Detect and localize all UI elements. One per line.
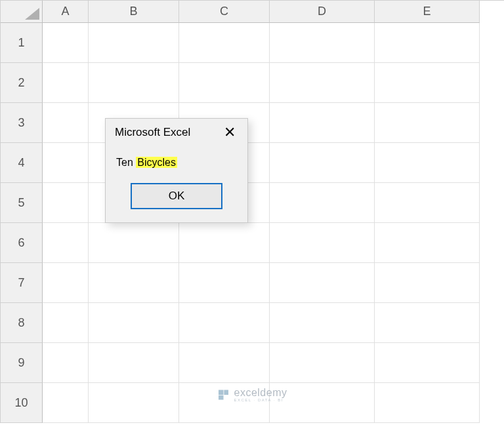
cell-d4[interactable] <box>270 143 375 183</box>
cell-b9[interactable] <box>89 343 179 383</box>
cell-b10[interactable] <box>89 383 179 423</box>
exceldemy-logo-icon <box>217 388 230 401</box>
row-header-9[interactable]: 9 <box>1 343 43 383</box>
row-header-7[interactable]: 7 <box>1 263 43 303</box>
spreadsheet-grid: A B C D E 1 2 3 4 5 6 7 8 9 <box>0 0 504 423</box>
row-header-3[interactable]: 3 <box>1 103 43 143</box>
message-text-highlighted: Bicycles <box>136 157 177 168</box>
cell-d9[interactable] <box>270 343 375 383</box>
cell-e8[interactable] <box>375 303 480 343</box>
col-header-a[interactable]: A <box>43 1 89 23</box>
cell-e7[interactable] <box>375 263 480 303</box>
cell-a9[interactable] <box>43 343 89 383</box>
cell-d5[interactable] <box>270 183 375 223</box>
cell-a1[interactable] <box>43 23 89 63</box>
cell-e1[interactable] <box>375 23 480 63</box>
watermark-brand: exceldemy <box>234 388 287 398</box>
cell-a8[interactable] <box>43 303 89 343</box>
cell-e6[interactable] <box>375 223 480 263</box>
cell-b7[interactable] <box>89 263 179 303</box>
row-header-10[interactable]: 10 <box>1 383 43 423</box>
cell-c1[interactable] <box>179 23 270 63</box>
cell-a4[interactable] <box>43 143 89 183</box>
cell-a2[interactable] <box>43 63 89 103</box>
row-header-5[interactable]: 5 <box>1 183 43 223</box>
col-header-e[interactable]: E <box>375 1 480 23</box>
row-header-6[interactable]: 6 <box>1 223 43 263</box>
cell-a3[interactable] <box>43 103 89 143</box>
cell-b2[interactable] <box>89 63 179 103</box>
row-header-8[interactable]: 8 <box>1 303 43 343</box>
cell-c7[interactable] <box>179 263 270 303</box>
cell-d2[interactable] <box>270 63 375 103</box>
col-header-c[interactable]: C <box>179 1 270 23</box>
cell-d3[interactable] <box>270 103 375 143</box>
cell-e2[interactable] <box>375 63 480 103</box>
cell-c6[interactable] <box>179 223 270 263</box>
cell-c8[interactable] <box>179 303 270 343</box>
cell-c2[interactable] <box>179 63 270 103</box>
cell-e4[interactable] <box>375 143 480 183</box>
message-text-plain: Ten <box>116 157 133 168</box>
dialog-title: Microsoft Excel <box>115 126 190 139</box>
cell-e5[interactable] <box>375 183 480 223</box>
msgbox-dialog: Microsoft Excel ✕ Ten Bicycles OK <box>105 118 248 223</box>
watermark: exceldemy EXCEL · DATA · BI <box>217 388 287 402</box>
cell-d6[interactable] <box>270 223 375 263</box>
dialog-footer: OK <box>106 183 247 222</box>
select-all-corner[interactable] <box>1 1 43 23</box>
cell-a6[interactable] <box>43 223 89 263</box>
watermark-text: exceldemy EXCEL · DATA · BI <box>234 388 287 402</box>
ok-button[interactable]: OK <box>131 183 222 209</box>
cell-d8[interactable] <box>270 303 375 343</box>
close-icon[interactable]: ✕ <box>221 125 238 140</box>
cell-b6[interactable] <box>89 223 179 263</box>
row-header-4[interactable]: 4 <box>1 143 43 183</box>
dialog-message: Ten Bicycles <box>106 145 247 183</box>
cell-b8[interactable] <box>89 303 179 343</box>
cell-a10[interactable] <box>43 383 89 423</box>
row-header-1[interactable]: 1 <box>1 23 43 63</box>
cell-e3[interactable] <box>375 103 480 143</box>
dialog-titlebar[interactable]: Microsoft Excel ✕ <box>106 119 247 145</box>
cell-d7[interactable] <box>270 263 375 303</box>
cell-b1[interactable] <box>89 23 179 63</box>
watermark-sub: EXCEL · DATA · BI <box>234 398 287 402</box>
row-header-2[interactable]: 2 <box>1 63 43 103</box>
cell-a7[interactable] <box>43 263 89 303</box>
cell-c9[interactable] <box>179 343 270 383</box>
col-header-d[interactable]: D <box>270 1 375 23</box>
col-header-b[interactable]: B <box>89 1 179 23</box>
cell-e9[interactable] <box>375 343 480 383</box>
cell-e10[interactable] <box>375 383 480 423</box>
cell-d1[interactable] <box>270 23 375 63</box>
cell-a5[interactable] <box>43 183 89 223</box>
